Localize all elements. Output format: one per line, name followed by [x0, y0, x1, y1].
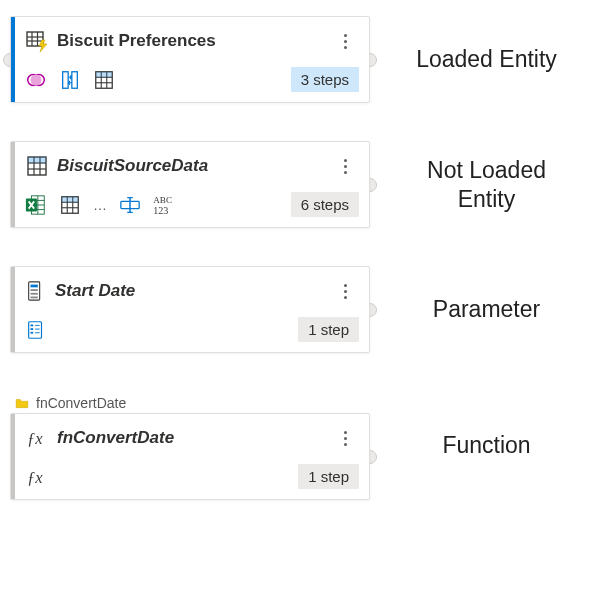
- category-label: Loaded Entity: [370, 45, 603, 74]
- split-column-icon: [59, 69, 81, 91]
- function-group-header[interactable]: fnConvertDate: [10, 391, 370, 413]
- ellipsis: …: [93, 197, 107, 213]
- steps-badge[interactable]: 6 steps: [291, 192, 359, 217]
- more-menu-button[interactable]: [331, 27, 359, 55]
- query-card-parameter[interactable]: Start Date 1 step: [10, 266, 370, 353]
- card-title: Biscuit Preferences: [49, 31, 331, 51]
- group-label-text: fnConvertDate: [36, 395, 126, 411]
- more-menu-button[interactable]: [331, 277, 359, 305]
- accent-bar: [11, 414, 15, 499]
- table-lightning-icon: [25, 29, 49, 53]
- card-title: fnConvertDate: [49, 428, 331, 448]
- accent-bar: [11, 142, 15, 227]
- folder-icon: [14, 396, 30, 410]
- row-parameter: Start Date 1 step Parameter: [10, 266, 603, 353]
- more-menu-button[interactable]: [331, 424, 359, 452]
- row-loaded-entity: Biscuit Preferences 3 steps Loaded Entit…: [10, 16, 603, 103]
- rename-icon: [119, 194, 141, 216]
- accent-bar: [11, 267, 15, 352]
- steps-badge[interactable]: 3 steps: [291, 67, 359, 92]
- grid-icon: [25, 154, 49, 178]
- abc123-icon: [153, 194, 181, 216]
- row-function: fnConvertDate fnConvertDate: [10, 391, 603, 500]
- grid-icon: [59, 194, 81, 216]
- venn-icon: [25, 69, 47, 91]
- card-title: Start Date: [47, 281, 331, 301]
- category-label: Parameter: [370, 295, 603, 324]
- grid-icon: [93, 69, 115, 91]
- parameter-icon: [25, 279, 47, 303]
- card-title: BiscuitSourceData: [49, 156, 331, 176]
- more-menu-button[interactable]: [331, 152, 359, 180]
- query-card-loaded[interactable]: Biscuit Preferences 3 steps: [10, 16, 370, 103]
- row-not-loaded-entity: BiscuitSourceData … 6 steps: [10, 141, 603, 228]
- category-label: Not Loaded Entity: [370, 156, 603, 214]
- query-card-not-loaded[interactable]: BiscuitSourceData … 6 steps: [10, 141, 370, 228]
- fx-icon: [25, 466, 49, 488]
- fx-icon: [25, 427, 49, 449]
- excel-icon: [25, 194, 47, 216]
- list-icon: [25, 319, 47, 341]
- category-label: Function: [370, 431, 603, 460]
- accent-bar: [11, 17, 15, 102]
- steps-badge[interactable]: 1 step: [298, 317, 359, 342]
- query-card-function[interactable]: fnConvertDate 1 step: [10, 413, 370, 500]
- steps-badge[interactable]: 1 step: [298, 464, 359, 489]
